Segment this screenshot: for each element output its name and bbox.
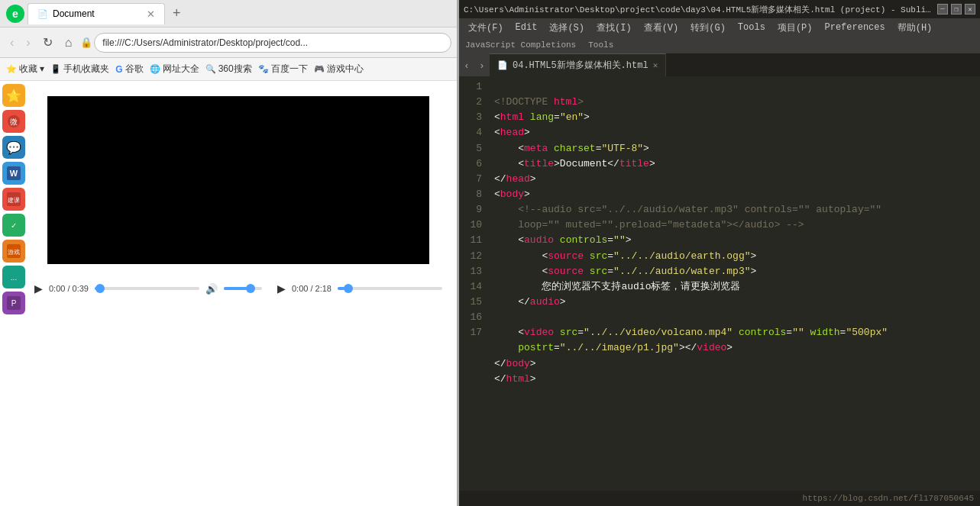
- bookmark-favorites[interactable]: ⭐ 收藏 ▾: [6, 63, 44, 76]
- code-line-15: <video src="../../video/volcano.mp4" con…: [494, 327, 888, 353]
- menu-help[interactable]: 帮助(H): [891, 19, 939, 37]
- line-num-15: 15: [459, 295, 482, 310]
- window-splitter: [457, 0, 459, 506]
- editor-tab-active[interactable]: 📄 04.HTML5新增多媒体相关.html ✕: [490, 53, 666, 76]
- volume-icon-1: 🔊: [205, 283, 218, 295]
- line-num-11: 11: [459, 233, 482, 248]
- menu-find[interactable]: 查找(I): [590, 19, 638, 37]
- bookmark-google[interactable]: G 谷歌: [115, 63, 143, 76]
- line-num-17: 17: [459, 325, 482, 340]
- address-bar[interactable]: [94, 33, 451, 53]
- games-icon: 🎮: [314, 64, 325, 74]
- line-num-4: 4: [459, 125, 482, 140]
- play-button-2[interactable]: ▶: [277, 282, 286, 295]
- tab-title: Document: [53, 8, 95, 19]
- bookmark-label: 360搜索: [218, 63, 252, 76]
- home-button[interactable]: ⌂: [61, 34, 76, 51]
- menu-project[interactable]: 项目(P): [771, 19, 819, 37]
- sidebar-icon-red[interactable]: 微: [2, 110, 25, 133]
- restore-button[interactable]: ❐: [951, 4, 962, 15]
- status-url: https://blog.csdn.net/fl1787050645: [803, 494, 974, 503]
- code-line-1: <!DOCTYPE html>: [494, 96, 584, 108]
- bookmark-nav[interactable]: 🌐 网址大全: [150, 63, 199, 76]
- mobile-icon: 📱: [50, 64, 61, 74]
- sidebar-icon-app1[interactable]: 建课: [2, 188, 25, 211]
- bookmark-label: 百度一下: [271, 63, 308, 76]
- tab-file-icon: 📄: [497, 60, 508, 70]
- sidebar-icon-app2[interactable]: ✓: [2, 214, 25, 237]
- browser-tab[interactable]: 📄 Document ✕: [27, 3, 165, 24]
- menu-view[interactable]: 查看(V): [638, 19, 685, 37]
- bookmark-mobile[interactable]: 📱 手机收藏夹: [50, 63, 109, 76]
- bookmark-label: 收藏 ▾: [19, 63, 44, 76]
- browser-toolbar: ‹ › ↻ ⌂ 🔒: [0, 27, 458, 58]
- back-button[interactable]: ‹: [6, 34, 18, 51]
- menu-preferences[interactable]: Preferences: [818, 20, 891, 35]
- tab-file-icon: 📄: [37, 9, 48, 19]
- code-line-12: 您的浏览器不支持audio标签，请更换浏览器: [494, 281, 740, 292]
- menu-goto[interactable]: 转到(G): [684, 19, 732, 37]
- code-line-13: </audio>: [494, 296, 566, 308]
- audio1-progress-thumb: [95, 284, 105, 293]
- audio1-time: 0:00 / 0:39: [49, 284, 89, 293]
- svg-text:...: ...: [11, 273, 17, 282]
- close-button[interactable]: ✕: [965, 4, 975, 15]
- forward-button[interactable]: ›: [22, 34, 34, 51]
- audio2-progress-bar[interactable]: [338, 287, 442, 290]
- tab-scroll-left[interactable]: ‹: [459, 53, 474, 76]
- editor-tab-name: 04.HTML5新增多媒体相关.html: [513, 59, 648, 72]
- google-icon: G: [115, 64, 122, 75]
- tools-label: Tools: [588, 40, 613, 50]
- code-line-11: <source src="../../audio/water.mp3">: [494, 266, 756, 277]
- audio1-progress-bar[interactable]: [95, 287, 199, 290]
- play-button-1[interactable]: ▶: [34, 282, 43, 295]
- bookmark-360[interactable]: 🔍 360搜索: [205, 63, 252, 76]
- js-completions-label: JavaScript Completions: [465, 40, 576, 50]
- svg-text:W: W: [10, 169, 18, 178]
- bookmark-label: 谷歌: [125, 63, 144, 76]
- code-content[interactable]: <!DOCTYPE html> <html lang="en"> <head> …: [488, 76, 980, 491]
- new-tab-button[interactable]: +: [168, 5, 186, 21]
- editor-statusbar: https://blog.csdn.net/fl1787050645: [459, 491, 980, 506]
- baidu-icon: 🐾: [258, 64, 269, 74]
- svg-text:✓: ✓: [11, 221, 17, 230]
- refresh-button[interactable]: ↻: [39, 34, 57, 51]
- audio1-volume-thumb: [246, 284, 255, 293]
- bookmark-baidu[interactable]: 🐾 百度一下: [258, 63, 308, 76]
- sidebar-icon-app3[interactable]: 游戏: [2, 240, 25, 263]
- editor-tab-close[interactable]: ✕: [653, 60, 658, 70]
- editor-secondary-toolbar: JavaScript Completions Tools: [459, 37, 980, 53]
- line-num-9: 9: [459, 202, 482, 218]
- bookmark-label: 游戏中心: [327, 63, 364, 76]
- sidebar-icon-star[interactable]: ⭐: [2, 84, 25, 107]
- bookmark-games[interactable]: 🎮 游戏中心: [314, 63, 364, 76]
- menu-file[interactable]: 文件(F): [462, 19, 509, 37]
- sidebar-icon-word[interactable]: W: [2, 162, 25, 185]
- menu-edit[interactable]: Edit: [509, 20, 544, 35]
- line-num-8: 8: [459, 187, 482, 202]
- svg-text:P: P: [11, 299, 17, 308]
- browser-window: e 📄 Document ✕ + ‹ › ↻ ⌂ 🔒 ⭐ 收藏 ▾ 📱 手机收藏…: [0, 0, 458, 506]
- minimize-button[interactable]: —: [937, 4, 948, 15]
- sidebar-icon-app4[interactable]: ...: [2, 266, 25, 288]
- tab-scroll-right[interactable]: ›: [474, 53, 490, 76]
- sidebar-icon-app5[interactable]: P: [2, 292, 25, 314]
- search360-icon: 🔍: [205, 64, 216, 74]
- audio1-volume-bar[interactable]: [224, 287, 262, 290]
- line-num-5: 5: [459, 141, 482, 156]
- code-line-7: <body>: [494, 189, 530, 200]
- editor-window: C:\Users\Administrator\Desktop\project\c…: [459, 0, 980, 506]
- tab-close-btn[interactable]: ✕: [147, 8, 155, 20]
- sidebar-icon-chat[interactable]: 💬: [2, 136, 25, 159]
- editor-menu: 文件(F) Edit 选择(S) 查找(I) 查看(V) 转到(G) Tools…: [459, 18, 980, 37]
- svg-text:微: 微: [10, 118, 18, 126]
- bookmark-label: 网址大全: [163, 63, 199, 76]
- security-icon: 🔒: [80, 37, 92, 48]
- menu-tools[interactable]: Tools: [732, 20, 771, 35]
- line-num-2: 2: [459, 95, 482, 110]
- audio2-progress-thumb: [344, 284, 353, 293]
- svg-text:建课: 建课: [7, 197, 20, 204]
- code-line-3: <head>: [494, 127, 530, 138]
- menu-select[interactable]: 选择(S): [543, 19, 590, 37]
- line-num-3: 3: [459, 110, 482, 125]
